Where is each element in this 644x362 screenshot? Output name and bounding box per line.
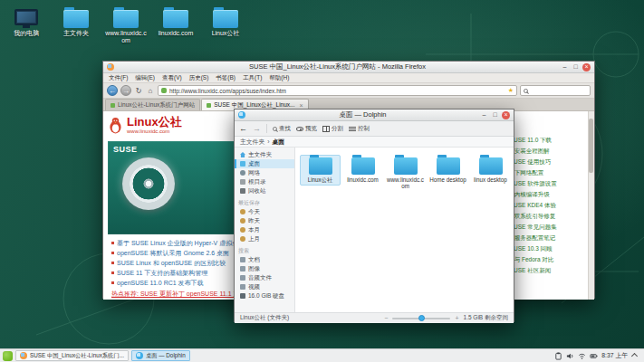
recent-last-month[interactable]: 上月 (235, 234, 294, 243)
place-home[interactable]: 主文件夹 (235, 150, 294, 159)
reload-icon[interactable]: ↻ (134, 87, 143, 95)
firefox-icon (20, 352, 27, 359)
page-scrollbar[interactable] (588, 111, 594, 300)
folder-name: linuxidc.com (344, 176, 381, 183)
menu-view[interactable]: 查看(V) (162, 74, 182, 82)
hard-drive-icon (240, 293, 245, 299)
preview-button[interactable]: 预览 (296, 125, 317, 133)
place-label: 图像 (248, 265, 260, 273)
folder-item-linuxidc[interactable]: linuxidc.com (342, 155, 383, 186)
breadcrumb-home[interactable]: 主文件夹 (240, 138, 264, 147)
back-button[interactable]: ← (107, 85, 118, 96)
folder-item-linux-desktop[interactable]: linux desktop (470, 155, 511, 186)
tab-favicon (111, 103, 115, 108)
place-label: 桌面 (248, 160, 260, 168)
search-images[interactable]: 图像 (235, 264, 294, 273)
clipboard-icon[interactable] (554, 352, 562, 360)
video-icon (240, 284, 245, 290)
bookmark-star-icon[interactable]: ★ (508, 87, 514, 94)
dolphin-titlebar[interactable]: 桌面 — Dolphin – □ × (235, 110, 514, 121)
panel-expander-chevron-icon[interactable] (631, 352, 638, 358)
dolphin-icon (238, 111, 245, 119)
place-trash[interactable]: 回收站 (235, 186, 294, 195)
folder-item-www-linuxidc[interactable]: www.linuxidc.com (385, 155, 426, 192)
folder-item-home-desktop[interactable]: Home desktop (428, 155, 468, 186)
desktop-icon-label: Linux公社 (205, 30, 246, 37)
control-button[interactable]: 控制 (349, 125, 370, 133)
close-button[interactable]: × (582, 63, 591, 71)
folder-item-linux-gongshe[interactable]: Linux公社 (300, 155, 341, 186)
menu-tools[interactable]: 工具(T) (243, 74, 262, 82)
volume-icon[interactable] (566, 352, 574, 360)
back-icon[interactable]: ← (239, 125, 247, 133)
search-documents[interactable]: 文档 (235, 255, 294, 264)
device-hard-disk[interactable]: 16.0 GiB 硬盘 (235, 291, 294, 300)
places-panel: 主文件夹 桌面 网络 根目录 回收站 最近保存 今天 昨天 本月 上月 搜索 文… (235, 148, 295, 312)
folder-view[interactable]: Linux公社 linuxidc.com www.linuxidc.com Ho… (295, 148, 514, 312)
zoom-slider-thumb[interactable] (418, 315, 425, 321)
folder-name: Home desktop (429, 176, 466, 183)
maximize-button[interactable]: □ (491, 111, 499, 119)
zoom-slider[interactable] (392, 318, 450, 319)
search-input[interactable] (530, 88, 587, 94)
firefox-titlebar[interactable]: SUSE 中国_Linux公社-Linux系统门户网站 - Mozilla Fi… (103, 62, 594, 73)
desktop-icon-label: linuxidc.com (155, 30, 197, 37)
network-icon[interactable] (578, 352, 586, 360)
recent-yesterday[interactable]: 昨天 (235, 216, 294, 225)
search-section-header: 搜索 (235, 246, 294, 255)
menu-file[interactable]: 文件(F) (109, 74, 128, 82)
clock[interactable]: 8:37 上午 (601, 351, 628, 360)
forward-icon[interactable]: → (253, 125, 261, 133)
desktop-icon-linux-gongshe[interactable]: Linux公社 (205, 5, 246, 44)
app-launcher-icon[interactable] (3, 351, 13, 361)
search-audio[interactable]: 音频文件 (235, 273, 294, 282)
task-button-dolphin[interactable]: 桌面 — Dolphin (131, 350, 190, 361)
split-button[interactable]: 分割 (322, 125, 343, 133)
place-network[interactable]: 网络 (235, 168, 294, 177)
place-label: 视频 (248, 283, 260, 291)
search-videos[interactable]: 视频 (235, 282, 294, 291)
desktop-icon-www-linuxidc[interactable]: www.linuxidc.com (105, 5, 147, 44)
image-icon (240, 266, 245, 272)
desktop-icon-home-folder[interactable]: 主文件夹 (55, 5, 97, 44)
search-box[interactable] (520, 85, 591, 96)
desktop-icon-linuxidc[interactable]: linuxidc.com (155, 5, 197, 44)
menu-help[interactable]: 帮助(H) (269, 74, 289, 82)
zoom-out-icon[interactable]: − (384, 315, 388, 321)
zoom-in-icon[interactable]: + (455, 315, 458, 321)
folder-name: linux desktop (472, 176, 509, 183)
minimize-button[interactable]: – (561, 63, 569, 71)
menu-bookmarks[interactable]: 书签(B) (216, 74, 235, 82)
folder-icon (163, 10, 188, 28)
desktop-icon-my-computer[interactable]: 我的电脑 (5, 5, 47, 44)
site-logo-title[interactable]: Linux公社 (127, 116, 182, 128)
recent-this-month[interactable]: 本月 (235, 225, 294, 234)
tab-linuxidc-home[interactable]: Linux公社-Linux系统门户网站 (105, 99, 200, 110)
control-label: 控制 (358, 125, 370, 133)
menu-history[interactable]: 历史(S) (189, 74, 209, 82)
recent-today[interactable]: 今天 (235, 207, 294, 216)
forward-button[interactable]: → (120, 85, 131, 96)
place-desktop[interactable]: 桌面 (235, 159, 294, 168)
folder-icon (63, 10, 89, 28)
task-label: 桌面 — Dolphin (146, 352, 186, 360)
menu-edit[interactable]: 编辑(E) (135, 74, 155, 82)
close-button[interactable]: × (502, 111, 510, 119)
find-button[interactable]: 查找 (273, 125, 291, 133)
home-icon[interactable]: ⌂ (146, 87, 155, 95)
preview-label: 预览 (305, 125, 317, 133)
search-icon (524, 89, 528, 93)
folder-name: Linux公社 (302, 176, 339, 183)
desktop-icon-label: 主文件夹 (55, 30, 97, 37)
tab-close-icon[interactable]: × (299, 102, 303, 109)
task-button-firefox[interactable]: SUSE 中国_Linux公社-Linux系统门... (15, 350, 129, 361)
scrollbar-thumb[interactable] (589, 119, 593, 173)
place-root[interactable]: 根目录 (235, 177, 294, 186)
url-bar[interactable]: http://www.linuxidc.com/apps/suse/index.… (158, 85, 517, 96)
calendar-icon (240, 236, 245, 242)
battery-icon[interactable] (590, 352, 598, 360)
folder-icon (394, 157, 418, 175)
minimize-button[interactable]: – (480, 111, 488, 119)
breadcrumb-current[interactable]: 桌面 (272, 138, 284, 147)
maximize-button[interactable]: □ (572, 63, 580, 71)
